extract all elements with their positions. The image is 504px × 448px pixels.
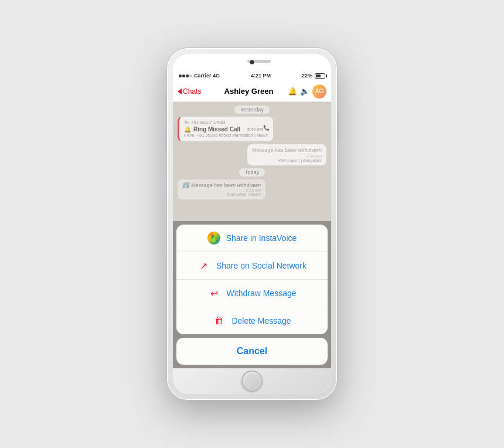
- share-instavoice-label: Share in InstaVoice: [226, 233, 297, 243]
- call-time: 6:40 AM: [247, 127, 263, 131]
- avatar[interactable]: AG: [312, 84, 326, 99]
- share-social-label: Share on Social Network: [216, 261, 307, 270]
- withdrawn-msg-2-row: ℹ️ Message has been withdrawn 8:10 am Ma…: [178, 179, 326, 199]
- battery-icon: [315, 73, 325, 79]
- date-badge-yesterday: Yesterday: [234, 106, 270, 114]
- speaker-icon[interactable]: 🔈: [300, 87, 309, 96]
- signal-dot-1: [179, 74, 182, 77]
- action-cancel-group: Cancel: [176, 338, 328, 365]
- nav-bar: Chats Ashley Green 🔔 🔈 AG: [173, 81, 331, 102]
- action-sheet-group: 🦜 Share in InstaVoice ↗ Share on Social …: [176, 225, 328, 334]
- call-to: To: +91 98107 14963: [184, 120, 268, 126]
- withdraw-arrow-icon: ↩: [210, 288, 218, 299]
- action-sheet: 🦜 Share in InstaVoice ↗ Share on Social …: [173, 221, 331, 368]
- withdrawn-msg-2-bubble: ℹ️ Message has been withdrawn 8:10 am Ma…: [178, 179, 265, 199]
- status-right: 22%: [302, 73, 325, 79]
- withdrawn-msg-2-text: Message has been withdrawn: [191, 182, 261, 188]
- chevron-left-icon: [178, 89, 182, 94]
- withdrawn-msg-1-row: Message has been withdrawn 6:40 AM HSR L…: [178, 144, 326, 165]
- battery-percentage: 22%: [302, 73, 312, 79]
- back-label: Chats: [183, 87, 201, 96]
- cancel-label: Cancel: [237, 346, 267, 357]
- date-badge-today: Today: [239, 168, 265, 177]
- withdrawn-msg-1-text: Message has been withdrawn: [252, 147, 322, 153]
- home-button[interactable]: [241, 371, 263, 392]
- carrier-label: Carrier 4G: [194, 73, 220, 79]
- signal-dot-2: [182, 74, 185, 77]
- nav-icons: 🔔 🔈 AG: [288, 84, 326, 99]
- phone-top-bar: [173, 54, 331, 70]
- info-icon: ℹ️: [182, 182, 189, 188]
- home-button-area: [173, 368, 331, 394]
- share-instavoice-item[interactable]: 🦜 Share in InstaVoice: [176, 225, 328, 252]
- delete-icon: 🗑: [213, 314, 226, 327]
- camera-dot: [250, 60, 254, 65]
- withdrawn-msg-1-bubble: Message has been withdrawn 6:40 AM HSR L…: [247, 144, 326, 165]
- signal-dots: [179, 74, 192, 77]
- signal-dot-4: [189, 74, 192, 77]
- phone-screen: Carrier 4G 4:21 PM 22% Chats Ashley Gree…: [173, 54, 331, 394]
- chat-area: Yesterday To: +91 98107 14963 🔔 Ring Mis…: [173, 102, 331, 368]
- phone-device: Carrier 4G 4:21 PM 22% Chats Ashley Gree…: [167, 48, 337, 400]
- bell-small-icon: 🔔: [184, 126, 191, 133]
- signal-dot-3: [186, 74, 189, 77]
- instavoice-icon: 🦜: [207, 232, 220, 245]
- withdrawn-msg-1-loc: HSR Layout | Bangalore: [252, 158, 322, 162]
- missed-call-row: To: +91 98107 14963 🔔 Ring Missed Call 6…: [178, 117, 326, 141]
- delete-message-item[interactable]: 🗑 Delete Message: [176, 307, 328, 334]
- withdrawn-msg-2-loc: Manhattan | NewY: [182, 192, 261, 196]
- withdraw-icon: ↩: [207, 287, 220, 300]
- call-from: From: +91 95386 65563 Manhattan | NewY: [184, 133, 268, 139]
- missed-call-bubble: To: +91 98107 14963 🔔 Ring Missed Call 6…: [178, 117, 273, 141]
- action-sheet-overlay: 🦜 Share in InstaVoice ↗ Share on Social …: [173, 221, 331, 368]
- withdrawn-msg-2-time: 8:10 am: [182, 188, 261, 192]
- phone-icon: 📞: [263, 125, 270, 131]
- status-bar: Carrier 4G 4:21 PM 22%: [173, 70, 331, 81]
- status-left: Carrier 4G: [179, 73, 220, 79]
- withdraw-message-label: Withdraw Message: [226, 289, 296, 298]
- battery-fill: [316, 74, 321, 77]
- withdrawn-msg-1-time: 6:40 AM: [252, 154, 322, 158]
- withdraw-message-item[interactable]: ↩ Withdraw Message: [176, 280, 328, 307]
- trash-icon: 🗑: [214, 315, 224, 326]
- back-button[interactable]: Chats: [178, 87, 210, 96]
- share-icon: ↗: [200, 260, 207, 271]
- delete-message-label: Delete Message: [231, 316, 291, 325]
- share-social-icon: ↗: [197, 259, 210, 272]
- nav-title: Ashley Green: [210, 87, 288, 96]
- call-type-label: 🔔 Ring Missed Call 6:40 AM: [184, 126, 268, 133]
- cancel-button[interactable]: Cancel: [176, 338, 328, 365]
- share-social-item[interactable]: ↗ Share on Social Network: [176, 252, 328, 280]
- bell-icon[interactable]: 🔔: [288, 87, 297, 96]
- time-label: 4:21 PM: [251, 73, 271, 79]
- chat-content: Yesterday To: +91 98107 14963 🔔 Ring Mis…: [173, 102, 331, 203]
- instavoice-parrot-icon: 🦜: [207, 232, 220, 245]
